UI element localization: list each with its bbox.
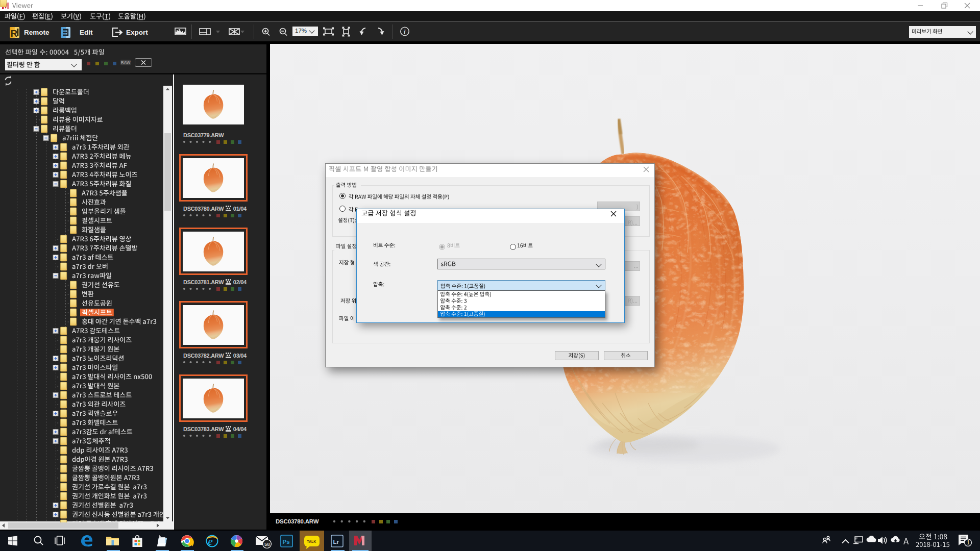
svg-text:TALK: TALK xyxy=(307,540,316,543)
svg-text:Lr: Lr xyxy=(333,539,339,545)
svg-text:i: i xyxy=(404,29,406,36)
svg-text:1: 1 xyxy=(967,540,970,545)
svg-text:58: 58 xyxy=(264,541,270,547)
svg-text:Ps: Ps xyxy=(283,539,290,545)
svg-text:R: R xyxy=(11,28,18,39)
